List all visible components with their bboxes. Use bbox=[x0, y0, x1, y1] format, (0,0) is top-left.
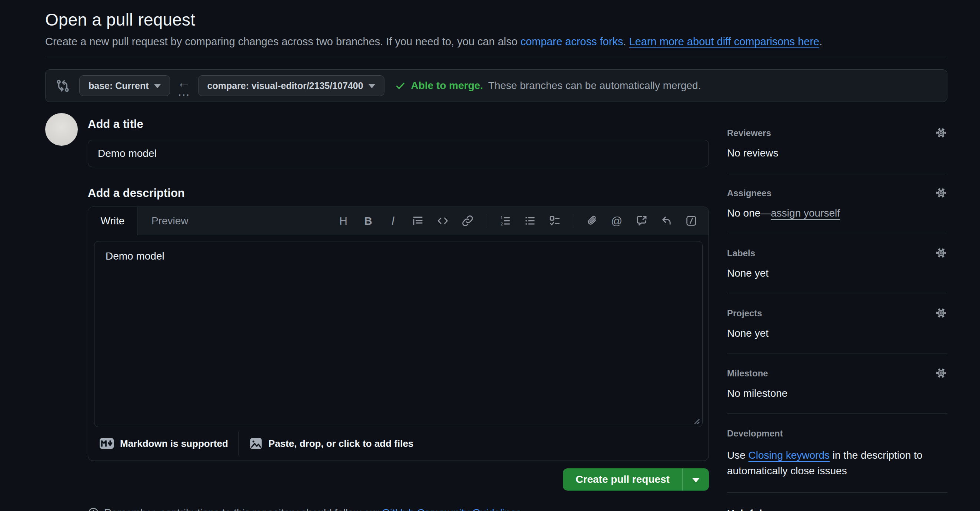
tab-write[interactable]: Write bbox=[88, 207, 137, 235]
code-icon[interactable] bbox=[436, 215, 449, 227]
gear-icon bbox=[935, 126, 947, 139]
community-guidelines-note: Remember, contributions to this reposito… bbox=[88, 507, 709, 511]
avatar-column bbox=[45, 113, 88, 511]
merge-status-bold: Able to merge. bbox=[411, 80, 483, 92]
gear-icon bbox=[935, 187, 947, 199]
labels-gear-button[interactable] bbox=[935, 247, 947, 259]
subhead-divider bbox=[45, 57, 947, 57]
base-branch-selector[interactable]: base: Current bbox=[79, 75, 170, 96]
create-pull-request-options-button[interactable] bbox=[682, 468, 709, 490]
markdown-supported-label: Markdown is supported bbox=[120, 438, 228, 449]
svg-text:1: 1 bbox=[500, 215, 503, 220]
italic-icon[interactable]: I bbox=[387, 215, 399, 227]
pr-form: Add a title Add a description Write Prev… bbox=[88, 113, 709, 511]
heading-icon[interactable]: H bbox=[337, 215, 350, 227]
base-branch-label: base: Current bbox=[89, 80, 149, 91]
git-compare-icon bbox=[56, 79, 70, 93]
open-pull-request-page: Open a pull request Create a new pull re… bbox=[0, 0, 980, 511]
caret-down-icon bbox=[369, 84, 375, 88]
sidebar-section-helpful-resources: Helpful resources GitHub Community Guide… bbox=[727, 493, 947, 511]
page-title: Open a pull request bbox=[45, 10, 947, 30]
pr-description-textarea[interactable]: Demo model bbox=[94, 241, 703, 427]
milestone-title: Milestone bbox=[727, 368, 947, 378]
sidebar-section-projects: Projects None yet bbox=[727, 293, 947, 353]
projects-gear-button[interactable] bbox=[935, 307, 947, 319]
title-label: Add a title bbox=[88, 118, 709, 131]
branch-comparison-bar: base: Current ← … compare: visual-editor… bbox=[45, 69, 947, 102]
avatar bbox=[45, 113, 78, 146]
projects-title: Projects bbox=[727, 308, 947, 319]
slash-commands-icon[interactable] bbox=[685, 215, 697, 227]
cross-reference-icon[interactable] bbox=[635, 215, 648, 227]
closing-keywords-link[interactable]: Closing keywords bbox=[749, 449, 830, 461]
community-guidelines-link[interactable]: GitHub Community Guidelines bbox=[382, 507, 522, 511]
reviewers-title: Reviewers bbox=[727, 128, 947, 138]
attach-files-label: Paste, drop, or click to add files bbox=[269, 438, 414, 449]
toolbar-divider bbox=[486, 214, 486, 228]
compare-across-forks-link[interactable]: compare across forks bbox=[520, 35, 623, 48]
sidebar-section-milestone: Milestone No milestone bbox=[727, 353, 947, 414]
editor-footer: Markdown is supported Paste, drop, or cl… bbox=[88, 427, 708, 461]
mention-icon[interactable]: @ bbox=[610, 215, 623, 227]
helpful-resources-title: Helpful resources bbox=[727, 508, 947, 511]
sidebar-section-development: Development Use Closing keywords in the … bbox=[727, 414, 947, 493]
merge-status: Able to merge. These branches can be aut… bbox=[395, 80, 701, 92]
development-body: Use Closing keywords in the description … bbox=[727, 447, 947, 479]
pr-sidebar: Reviewers No reviews Assignees No one—as… bbox=[727, 113, 947, 511]
labels-title: Labels bbox=[727, 248, 947, 259]
info-icon bbox=[88, 507, 99, 511]
link-icon[interactable] bbox=[461, 215, 474, 227]
development-title: Development bbox=[727, 428, 947, 439]
paperclip-icon[interactable] bbox=[585, 215, 598, 227]
sidebar-section-labels: Labels None yet bbox=[727, 233, 947, 293]
gear-icon bbox=[935, 307, 947, 319]
markdown-icon bbox=[99, 438, 114, 449]
editor-body: Demo model bbox=[88, 235, 708, 427]
reply-icon[interactable] bbox=[660, 215, 673, 227]
caret-down-icon bbox=[154, 84, 161, 88]
assign-yourself-link[interactable]: assign yourself bbox=[771, 207, 840, 219]
milestone-gear-button[interactable] bbox=[935, 367, 947, 379]
compare-branch-selector[interactable]: compare: visual-editor/2135/107400 bbox=[198, 75, 385, 96]
sidebar-section-assignees: Assignees No one—assign yourself bbox=[727, 173, 947, 233]
quote-icon[interactable] bbox=[412, 215, 424, 227]
create-pull-request-split-button: Create pull request bbox=[563, 468, 709, 490]
image-icon bbox=[249, 437, 262, 450]
gear-icon bbox=[935, 367, 947, 379]
assignees-gear-button[interactable] bbox=[935, 187, 947, 199]
assignees-title: Assignees bbox=[727, 188, 947, 198]
bullet-list-icon[interactable] bbox=[523, 215, 536, 227]
markdown-supported-link[interactable]: Markdown is supported bbox=[94, 438, 239, 449]
gear-icon bbox=[935, 247, 947, 259]
merge-status-text: These branches can be automatically merg… bbox=[488, 80, 701, 92]
compare-branch-label: compare: visual-editor/2135/107400 bbox=[207, 80, 363, 91]
reviewers-body: No reviews bbox=[727, 147, 947, 159]
sidebar-section-reviewers: Reviewers No reviews bbox=[727, 113, 947, 173]
resize-handle[interactable] bbox=[691, 416, 700, 425]
toolbar-divider bbox=[573, 214, 573, 228]
create-pull-request-button[interactable]: Create pull request bbox=[563, 468, 682, 490]
markdown-editor: Write Preview H B I bbox=[88, 206, 709, 461]
projects-body: None yet bbox=[727, 327, 947, 339]
compare-direction-arrow-icon: ← … bbox=[177, 77, 191, 94]
svg-text:2: 2 bbox=[500, 221, 503, 226]
pr-title-input[interactable] bbox=[88, 140, 709, 167]
task-list-icon[interactable] bbox=[548, 215, 561, 227]
description-label: Add a description bbox=[88, 187, 709, 200]
actions-row: Create pull request bbox=[88, 468, 709, 490]
numbered-list-icon[interactable]: 12 bbox=[498, 215, 511, 227]
bold-icon[interactable]: B bbox=[362, 215, 374, 227]
reviewers-gear-button[interactable] bbox=[935, 126, 947, 139]
editor-toolbar: H B I 12 bbox=[337, 207, 708, 235]
tab-preview[interactable]: Preview bbox=[137, 207, 203, 235]
milestone-body: No milestone bbox=[727, 388, 947, 399]
labels-body: None yet bbox=[727, 267, 947, 279]
assignees-body: No one—assign yourself bbox=[727, 207, 947, 219]
check-icon bbox=[395, 80, 406, 91]
attach-files-button[interactable]: Paste, drop, or click to add files bbox=[239, 437, 424, 450]
editor-header: Write Preview H B I bbox=[88, 207, 708, 235]
caret-down-icon bbox=[692, 478, 700, 482]
note-text: Remember, contributions to this reposito… bbox=[104, 507, 525, 511]
subtitle-text: Create a new pull request by comparing c… bbox=[45, 35, 520, 48]
diff-comparisons-link[interactable]: Learn more about diff comparisons here bbox=[629, 35, 819, 48]
